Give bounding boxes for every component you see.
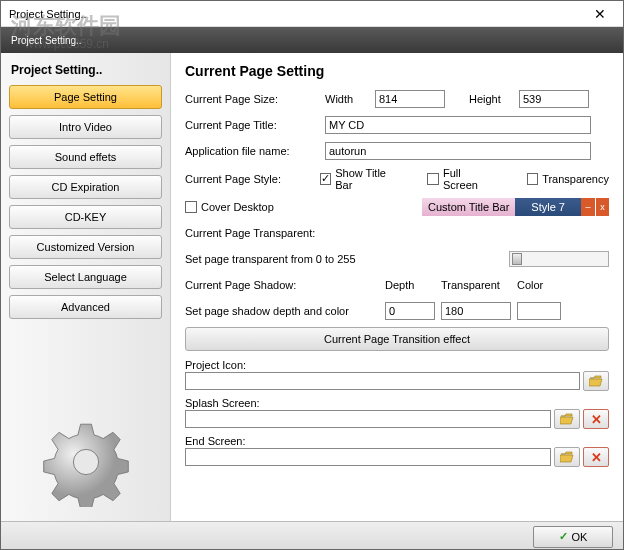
transition-effect-button[interactable]: Current Page Transition effect <box>185 327 609 351</box>
splash-delete-button[interactable]: ✕ <box>583 409 609 429</box>
sidebar-item-cd-key[interactable]: CD-KEY <box>9 205 162 229</box>
project-icon-label: Project Icon: <box>185 359 609 371</box>
page-transparent-label: Current Page Transparent: <box>185 227 315 239</box>
preview-min-icon: – <box>581 198 595 216</box>
sidebar-item-cd-expiration[interactable]: CD Expiration <box>9 175 162 199</box>
page-size-label: Current Page Size: <box>185 93 325 105</box>
set-transparent-label: Set page transparent from 0 to 255 <box>185 253 509 265</box>
folder-open-icon <box>589 375 603 387</box>
sidebar-item-select-language[interactable]: Select Language <box>9 265 162 289</box>
cover-desktop-label: Cover Desktop <box>201 201 274 213</box>
close-icon[interactable]: ✕ <box>585 4 615 24</box>
color-label: Color <box>517 279 543 291</box>
folder-open-icon <box>560 413 574 425</box>
trans-input[interactable] <box>441 302 511 320</box>
width-input[interactable] <box>375 90 445 108</box>
splash-screen-label: Splash Screen: <box>185 397 609 409</box>
project-icon-input[interactable] <box>185 372 580 390</box>
sidebar-item-sound-effets[interactable]: Sound effets <box>9 145 162 169</box>
custom-title-bar-label: Custom Title Bar <box>422 198 515 216</box>
cover-desktop-checkbox[interactable] <box>185 201 197 213</box>
show-title-bar-label: Show Title Bar <box>335 167 403 191</box>
splash-open-button[interactable] <box>554 409 580 429</box>
page-title-label: Current Page Title: <box>185 119 325 131</box>
depth-label: Depth <box>385 279 441 291</box>
page-style-label: Current Page Style: <box>185 173 320 185</box>
splash-screen-input[interactable] <box>185 410 551 428</box>
sidebar-header: Project Setting.. <box>11 63 160 77</box>
sidebar-item-intro-video[interactable]: Intro Video <box>9 115 162 139</box>
app-name-input[interactable] <box>325 142 591 160</box>
style-name: Style 7 <box>515 198 581 216</box>
set-shadow-label: Set page shadow depth and color <box>185 305 385 317</box>
svg-point-0 <box>73 449 98 474</box>
project-icon-open-button[interactable] <box>583 371 609 391</box>
ok-label: OK <box>572 531 588 543</box>
folder-open-icon <box>560 451 574 463</box>
transparency-checkbox[interactable] <box>527 173 539 185</box>
full-screen-label: Full Screen <box>443 167 497 191</box>
trans-label: Transparent <box>441 279 517 291</box>
sidebar-item-advanced[interactable]: Advanced <box>9 295 162 319</box>
sidebar-item-customized-version[interactable]: Customized Version <box>9 235 162 259</box>
ribbon-label: Project Setting.. <box>1 27 623 53</box>
end-delete-button[interactable]: ✕ <box>583 447 609 467</box>
page-heading: Current Page Setting <box>185 63 609 79</box>
end-open-button[interactable] <box>554 447 580 467</box>
width-label: Width <box>325 93 375 105</box>
transparent-slider[interactable] <box>509 251 609 267</box>
check-icon: ✓ <box>559 530 568 543</box>
height-input[interactable] <box>519 90 589 108</box>
full-screen-checkbox[interactable] <box>427 173 439 185</box>
height-label: Height <box>469 93 519 105</box>
end-screen-label: End Screen: <box>185 435 609 447</box>
end-screen-input[interactable] <box>185 448 551 466</box>
preview-close-icon: x <box>595 198 609 216</box>
color-picker[interactable] <box>517 302 561 320</box>
ok-button[interactable]: ✓ OK <box>533 526 613 548</box>
sidebar-item-page-setting[interactable]: Page Setting <box>9 85 162 109</box>
depth-input[interactable] <box>385 302 435 320</box>
transparency-label: Transparency <box>542 173 609 185</box>
page-shadow-label: Current Page Shadow: <box>185 279 385 291</box>
window-title: Project Setting.. <box>9 8 585 20</box>
title-bar-style-preview[interactable]: Custom Title Bar Style 7 – x <box>422 198 609 216</box>
app-name-label: Application file name: <box>185 145 325 157</box>
gear-icon <box>9 409 162 515</box>
show-title-bar-checkbox[interactable] <box>320 173 332 185</box>
page-title-input[interactable] <box>325 116 591 134</box>
